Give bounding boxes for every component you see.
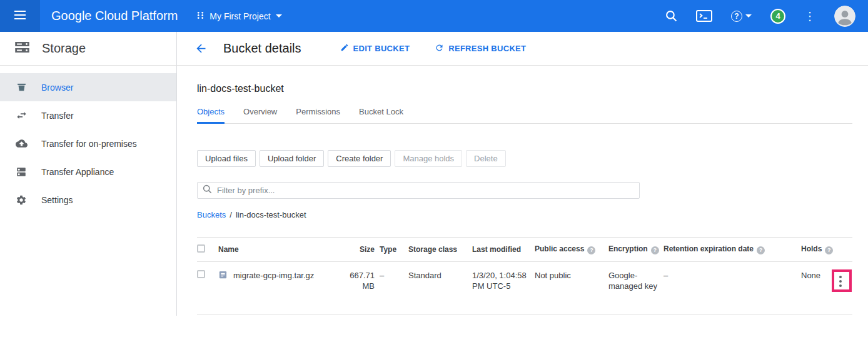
tab-objects[interactable]: Objects <box>197 107 225 123</box>
cloud-upload-icon <box>15 138 28 149</box>
refresh-icon <box>435 43 444 54</box>
project-name: My First Project <box>209 11 270 21</box>
bucket-icon <box>15 82 28 93</box>
sidebar-item-transfer-on-premises[interactable]: Transfer for on-premises <box>0 129 176 158</box>
gear-icon <box>15 194 28 206</box>
sidebar-item-label: Browser <box>41 83 73 93</box>
row-checkbox[interactable] <box>197 270 205 278</box>
sidebar-item-browser[interactable]: Browser <box>0 73 176 101</box>
object-actions: Upload files Upload folder Create folder… <box>197 150 868 167</box>
hamburger-icon <box>14 11 26 22</box>
bucket-name-heading: lin-docs-test-bucket <box>197 83 868 94</box>
objects-table: Name Size Type Storage class Last modifi… <box>197 237 852 314</box>
tab-label: Permissions <box>296 107 340 116</box>
cloud-shell-icon[interactable] <box>696 10 712 22</box>
breadcrumb: Buckets / lin-docs-test-bucket <box>197 210 868 219</box>
app-header: Storage Bucket details EDIT BUCKET REFRE… <box>0 32 868 66</box>
breadcrumb-buckets-link[interactable]: Buckets <box>197 210 226 219</box>
main: Browser Transfer Transfer for on-premise… <box>0 66 868 316</box>
hamburger-menu-button[interactable] <box>0 0 40 32</box>
cell-retention: – <box>664 262 801 314</box>
project-selector[interactable]: My First Project <box>196 11 281 22</box>
upload-folder-button[interactable]: Upload folder <box>260 150 324 167</box>
chevron-down-icon <box>276 14 282 18</box>
back-arrow-icon[interactable] <box>194 42 208 55</box>
help-icon[interactable] <box>651 246 659 254</box>
select-all-checkbox[interactable] <box>197 244 205 253</box>
edit-bucket-button[interactable]: EDIT BUCKET <box>340 43 410 54</box>
edit-bucket-label: EDIT BUCKET <box>353 44 410 53</box>
page-header: Bucket details EDIT BUCKET REFRESH BUCKE… <box>177 32 526 65</box>
annotation-highlight-box <box>832 269 852 292</box>
refresh-bucket-button[interactable]: REFRESH BUCKET <box>435 43 526 54</box>
topbar: Google Cloud Platform My First Project 4 <box>0 0 868 32</box>
column-header-holds: Holds <box>801 244 822 253</box>
breadcrumb-separator: / <box>230 210 232 219</box>
manage-holds-button: Manage holds <box>395 150 462 167</box>
column-header-public-access: Public access <box>535 244 584 253</box>
filter-box <box>197 182 640 199</box>
search-icon <box>203 184 212 196</box>
tab-label: Bucket Lock <box>359 107 403 116</box>
tab-overview[interactable]: Overview <box>243 107 277 123</box>
brand-logo: Google Cloud Platform <box>40 9 178 23</box>
tab-permissions[interactable]: Permissions <box>296 107 340 123</box>
column-header-type: Type <box>380 245 396 254</box>
object-name-link[interactable]: migrate-gcp-img.tar.gz <box>233 270 314 281</box>
notifications-badge[interactable]: 4 <box>770 9 785 24</box>
cell-last-modified: 1/3/20, 1:04:58 PM UTC-5 <box>472 262 535 314</box>
help-menu[interactable] <box>731 11 752 22</box>
filter-input[interactable] <box>217 186 634 195</box>
sidebar-item-transfer[interactable]: Transfer <box>0 101 176 129</box>
chevron-down-icon <box>745 14 752 18</box>
column-header-last-modified: Last modified <box>472 245 521 254</box>
create-folder-button[interactable]: Create folder <box>328 150 391 167</box>
sidebar-item-settings[interactable]: Settings <box>0 186 176 214</box>
sidebar-item-label: Settings <box>41 195 73 205</box>
delete-button: Delete <box>466 150 506 167</box>
column-header-retention: Retention expiration date <box>664 244 754 253</box>
file-icon <box>218 270 228 282</box>
help-icon[interactable] <box>757 246 765 254</box>
column-header-storage-class: Storage class <box>408 245 457 254</box>
sidebar-header: Storage <box>0 32 177 65</box>
tab-bucket-lock[interactable]: Bucket Lock <box>359 107 403 123</box>
pencil-icon <box>340 43 349 54</box>
swap-arrows-icon <box>15 109 28 121</box>
cell-encryption: Google-managed key <box>608 262 664 314</box>
help-icon[interactable] <box>587 246 595 254</box>
help-icon <box>731 11 742 22</box>
project-icon <box>196 11 204 22</box>
table-row: migrate-gcp-img.tar.gz 667.71 MB – Stand… <box>197 262 852 314</box>
column-header-encryption: Encryption <box>608 244 648 253</box>
appliance-icon <box>15 166 28 178</box>
tab-label: Objects <box>197 107 225 116</box>
storage-product-icon <box>14 39 31 58</box>
column-header-name: Name <box>218 245 239 254</box>
sidebar-item-transfer-appliance[interactable]: Transfer Appliance <box>0 158 176 186</box>
sidebar-nav: Browser Transfer Transfer for on-premise… <box>0 66 177 316</box>
sidebar-item-label: Transfer for on-premises <box>41 139 137 149</box>
topbar-actions: 4 <box>665 6 868 27</box>
column-header-size: Size <box>360 245 375 254</box>
cell-type: – <box>380 262 408 314</box>
tabs: Objects Overview Permissions Bucket Lock <box>197 107 852 124</box>
avatar[interactable] <box>834 6 855 27</box>
tab-label: Overview <box>243 107 277 116</box>
row-overflow-menu-icon[interactable] <box>839 276 842 289</box>
refresh-bucket-label: REFRESH BUCKET <box>448 44 526 53</box>
sidebar-item-label: Transfer <box>41 111 74 121</box>
search-icon[interactable] <box>665 10 677 22</box>
page-title: Bucket details <box>223 41 301 56</box>
table-header-row: Name Size Type Storage class Last modifi… <box>197 238 852 262</box>
overflow-menu-icon[interactable] <box>804 11 815 22</box>
upload-files-button[interactable]: Upload files <box>197 150 256 167</box>
cell-storage-class: Standard <box>408 262 472 314</box>
cell-holds: None <box>801 262 831 314</box>
cell-public-access: Not public <box>535 262 608 314</box>
row-menu <box>831 270 847 298</box>
breadcrumb-current: lin-docs-test-bucket <box>236 210 306 219</box>
sidebar-item-label: Transfer Appliance <box>41 167 114 177</box>
content: lin-docs-test-bucket Objects Overview Pe… <box>177 66 868 316</box>
cell-size: 667.71 MB <box>345 262 380 314</box>
